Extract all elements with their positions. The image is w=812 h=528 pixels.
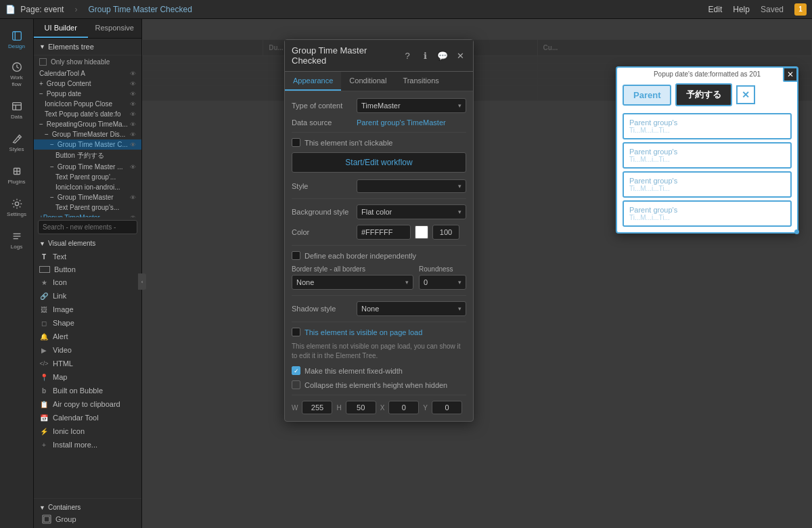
- tree-item-button-yoyaku[interactable]: Button 予約する: [34, 150, 141, 162]
- collapse-height-cb[interactable]: [292, 380, 300, 389]
- border-roundness-row: Border style - all borders None ▾ Roundn…: [292, 265, 466, 290]
- group-item[interactable]: Group: [39, 513, 136, 525]
- tab-responsive[interactable]: Responsive: [88, 19, 142, 38]
- dialog-titlebar: Group Time Master Checked ? ℹ 💬 ✕: [285, 40, 473, 72]
- edit-menu[interactable]: Edit: [708, 5, 723, 14]
- roundness-label: Roundness: [419, 265, 466, 273]
- rail-item-workflow[interactable]: Workflow: [2, 57, 32, 92]
- tree-item-popup-timemaster[interactable]: +Popup TimeMaster 👁: [34, 213, 141, 217]
- tab-ui-builder[interactable]: UI Builder: [34, 19, 88, 38]
- tree-item-text-popup[interactable]: Text Popup date's date:fo 👁: [34, 109, 141, 119]
- color-swatch[interactable]: [415, 225, 428, 239]
- element-item-ionic[interactable]: ⚡ Ionic Icon: [34, 424, 141, 438]
- element-item-link[interactable]: 🔗 Link: [34, 289, 141, 303]
- yoyaku-button[interactable]: 予約する: [675, 83, 732, 106]
- popup-x-top[interactable]: ✕: [783, 67, 798, 82]
- tree-item-ionicicon-android[interactable]: IonicIcon ion-androi...: [34, 182, 141, 192]
- element-item-video[interactable]: ▶ Video: [34, 343, 141, 357]
- popup-buttons-row: Parent 予約する ✕: [617, 79, 797, 110]
- h-input[interactable]: [346, 401, 376, 414]
- border-independent-cb[interactable]: [292, 251, 300, 260]
- info-icon-btn[interactable]: ℹ: [419, 49, 431, 62]
- tree-item-groupcontent[interactable]: +Group Content 👁: [34, 79, 141, 89]
- rail-item-design[interactable]: Design: [2, 24, 32, 54]
- element-item-map[interactable]: 📍 Map: [34, 370, 141, 384]
- style-dropdown[interactable]: ▾: [357, 179, 466, 193]
- svg-point-10: [15, 202, 18, 205]
- rail-item-data[interactable]: Data: [2, 95, 32, 125]
- eye-icon-2: 👁: [130, 81, 136, 87]
- bg-style-dropdown[interactable]: Flat color ▾: [357, 204, 466, 219]
- containers-header[interactable]: ▼ Containers: [39, 502, 136, 513]
- tree-item-group-timemaster-dis[interactable]: −Group TimeMaster Dis... 👁: [34, 129, 141, 139]
- roundness-dropdown[interactable]: 0 ▾: [419, 275, 466, 290]
- color-hex-input[interactable]: [357, 225, 411, 240]
- tree-item-text-parent2[interactable]: Text Parent group's...: [34, 202, 141, 213]
- tree-item-text-parent[interactable]: Text Parent group'...: [34, 172, 141, 182]
- border-style-dropdown[interactable]: None ▾: [292, 275, 413, 290]
- element-item-install[interactable]: + Install more...: [34, 438, 141, 452]
- collapse-panel-handle[interactable]: ‹: [138, 273, 146, 290]
- fixed-width-cb[interactable]: ✓: [292, 366, 300, 375]
- map-icon: 📍: [39, 372, 49, 382]
- search-input[interactable]: [38, 220, 137, 234]
- rail-item-styles[interactable]: Styles: [2, 127, 32, 157]
- tree-item-group-time-master-c[interactable]: −Group Time Master C... 👁: [34, 139, 141, 150]
- tab-appearance[interactable]: Appearance: [285, 72, 341, 91]
- chat-icon-btn[interactable]: 💬: [436, 49, 449, 62]
- x-input[interactable]: [388, 401, 419, 414]
- breadcrumb: Group Time Master Checked: [88, 5, 191, 14]
- shadow-dropdown[interactable]: None ▾: [357, 301, 466, 316]
- rail-item-logs[interactable]: Logs: [2, 225, 32, 255]
- svg-rect-15: [44, 516, 49, 522]
- help-menu[interactable]: Help: [733, 5, 750, 14]
- tree-item-repeatinggroup[interactable]: −RepeatingGroup TimeMa... 👁: [34, 119, 141, 129]
- style-row: Style ▾: [292, 179, 466, 193]
- tree-item-ionicicon-popup[interactable]: IonicIcon Popup Close 👁: [34, 99, 141, 109]
- element-item-clipboard[interactable]: 📋 Air copy to clipboard: [34, 397, 141, 411]
- type-of-content-label: Type of content: [292, 102, 353, 110]
- tab-transitions[interactable]: Transitions: [394, 72, 447, 91]
- text-icon: T: [39, 252, 49, 261]
- close-dialog-btn[interactable]: ✕: [454, 49, 466, 62]
- element-item-icon[interactable]: ★ Icon: [34, 276, 141, 289]
- data-source-value[interactable]: Parent group's TimeMaster: [357, 118, 466, 127]
- element-item-bubble[interactable]: b Built on Bubble: [34, 384, 141, 397]
- tree-item-popupdate[interactable]: −Popup date 👁: [34, 89, 141, 99]
- rail-item-settings[interactable]: Settings: [2, 192, 32, 222]
- visible-cb[interactable]: [292, 328, 300, 336]
- help-icon-btn[interactable]: ?: [401, 49, 413, 62]
- parent-button[interactable]: Parent: [623, 85, 671, 106]
- workflow-button[interactable]: Start/Edit workflow: [292, 152, 466, 173]
- element-item-button[interactable]: Button: [34, 263, 141, 276]
- show-hideable-row: Only show hideable: [34, 56, 141, 68]
- color-inputs: [357, 225, 459, 240]
- collapse-tree-icon[interactable]: ▼: [39, 43, 45, 50]
- element-item-html[interactable]: </> HTML: [34, 357, 141, 370]
- rail-item-plugins[interactable]: Plugins: [2, 160, 32, 190]
- y-input[interactable]: [432, 401, 462, 414]
- not-clickable-cb[interactable]: [292, 138, 300, 147]
- opacity-input[interactable]: [432, 225, 459, 240]
- tab-conditional[interactable]: Conditional: [341, 72, 394, 91]
- show-hideable-checkbox[interactable]: [39, 58, 47, 66]
- element-item-calendar[interactable]: 📅 Calendar Tool: [34, 411, 141, 424]
- visual-elements-header[interactable]: ▼ Visual elements: [34, 237, 141, 250]
- type-of-content-dropdown[interactable]: TimeMaster ▾: [357, 98, 466, 113]
- data-source-row: Data source Parent group's TimeMaster: [292, 118, 466, 127]
- tree-item-calendartool[interactable]: CalendarTool A 👁: [34, 68, 141, 79]
- tree-item-group-timemaster2[interactable]: −Group TimeMaster 👁: [34, 192, 141, 202]
- visible-label: This element is visible on page load: [304, 328, 422, 336]
- element-item-shape[interactable]: ◻ Shape: [34, 316, 141, 330]
- element-item-text[interactable]: T Text: [34, 250, 141, 263]
- x-button[interactable]: ✕: [736, 85, 755, 104]
- element-label-icon: Icon: [53, 278, 67, 286]
- tree-item-group-time-master2[interactable]: −Group Time Master ... 👁: [34, 162, 141, 172]
- border-style-col: Border style - all borders None ▾: [292, 265, 413, 290]
- element-item-image[interactable]: 🖼 Image: [34, 303, 141, 316]
- resize-handle: [794, 229, 799, 234]
- field-label-1: Parent group's: [629, 118, 785, 127]
- color-label: Color: [292, 228, 353, 236]
- element-item-alert[interactable]: 🔔 Alert: [34, 330, 141, 343]
- w-input[interactable]: [302, 401, 332, 414]
